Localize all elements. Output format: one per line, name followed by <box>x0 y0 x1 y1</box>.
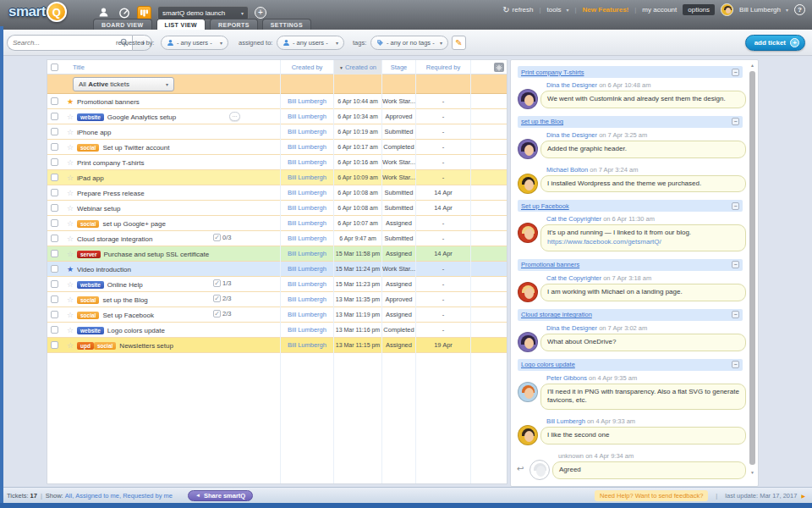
table-row[interactable]: ☆ Print company T-shirts Bill Lumbergh 6… <box>47 155 507 170</box>
ticket-title[interactable]: Webinar setup <box>77 201 211 216</box>
tab-list-view[interactable]: LIST VIEW <box>156 19 206 30</box>
star-icon[interactable]: ☆ <box>65 201 75 216</box>
ticket-creator[interactable]: Bill Lumbergh <box>281 307 333 323</box>
show-filter-all[interactable]: All, <box>65 492 74 500</box>
ticket-creator[interactable]: Bill Lumbergh <box>281 170 333 185</box>
table-row[interactable]: ☆ socialset up the Blog ✓2/3 Bill Lumber… <box>47 292 507 307</box>
row-checkbox[interactable] <box>51 128 58 135</box>
scroll-up-icon[interactable]: ▲ <box>749 63 756 68</box>
comment-ticket-link[interactable]: Print company T-shirts <box>521 69 732 76</box>
ticket-title[interactable]: websiteGoogle Analytics setup <box>77 109 211 124</box>
star-icon[interactable]: ☆ <box>65 307 75 323</box>
comment-ticket-link[interactable]: Cloud storage integration <box>521 311 732 318</box>
ticket-title[interactable]: socialset up Google+ page <box>77 216 211 231</box>
show-filter-requested-by-me[interactable]: Requested by me <box>123 492 173 500</box>
collapse-icon[interactable]: − <box>732 361 739 368</box>
row-checkbox[interactable] <box>51 189 58 196</box>
ticket-title[interactable]: iPhone app <box>77 124 211 140</box>
table-row[interactable]: ★ Promotional banners Bill Lumbergh 6 Ap… <box>47 94 507 109</box>
ticket-creator[interactable]: Bill Lumbergh <box>281 201 333 216</box>
row-checkbox[interactable] <box>51 174 58 181</box>
ticket-title[interactable]: iPad app <box>77 170 211 185</box>
comment-ticket-link[interactable]: set up the Blog <box>521 118 732 125</box>
ticket-creator[interactable]: Bill Lumbergh <box>281 277 333 292</box>
ticket-creator[interactable]: Bill Lumbergh <box>281 216 333 231</box>
table-row[interactable]: ☆ socialSet up Twitter account Bill Lumb… <box>47 140 507 155</box>
collapse-icon[interactable]: − <box>732 69 739 76</box>
ticket-creator[interactable]: Bill Lumbergh <box>281 246 333 262</box>
table-row[interactable]: ☆ serverPurchase and setup SSL certifica… <box>47 246 507 262</box>
tools-menu[interactable]: tools ▾ <box>547 6 569 14</box>
star-icon[interactable]: ★ <box>65 94 75 109</box>
star-icon[interactable]: ☆ <box>65 124 75 140</box>
comments-scrollbar[interactable]: ▲ ▼ <box>749 63 756 483</box>
ticket-creator[interactable]: Bill Lumbergh <box>281 155 333 170</box>
star-icon[interactable]: ☆ <box>65 185 75 201</box>
row-checkbox[interactable] <box>51 341 58 349</box>
select-all-checkbox[interactable] <box>51 64 58 71</box>
row-checkbox[interactable] <box>51 143 58 151</box>
last-update-text[interactable]: last update: Mar 17, 2017 <box>725 492 797 500</box>
star-icon[interactable]: ☆ <box>65 292 75 307</box>
ticket-title[interactable]: websiteLogo colors update <box>77 323 211 338</box>
comment-link[interactable]: https://www.facebook.com/getsmartQ/ <box>547 238 661 246</box>
row-checkbox[interactable] <box>51 158 58 166</box>
table-settings-button[interactable] <box>494 63 504 72</box>
column-header-title[interactable]: Title <box>73 60 85 75</box>
scroll-down-icon[interactable]: ▼ <box>749 470 756 475</box>
comment-author[interactable]: Dina the Designer <box>546 81 597 89</box>
tab-board-view[interactable]: BOARD VIEW <box>93 19 152 30</box>
row-checkbox[interactable] <box>51 219 58 227</box>
comment-author[interactable]: Cat the Copyrighter <box>546 215 601 223</box>
table-row[interactable]: ☆ iPhone app Bill Lumbergh 6 Apr 10:19 a… <box>47 124 507 140</box>
table-row[interactable]: ☆ Webinar setup Bill Lumbergh 6 Apr 10:0… <box>47 201 507 216</box>
row-checkbox[interactable] <box>51 265 58 273</box>
ticket-title[interactable]: updsocialNewsletters setup <box>77 338 211 353</box>
ticket-creator[interactable]: Bill Lumbergh <box>281 94 333 109</box>
star-icon[interactable]: ☆ <box>65 140 75 155</box>
table-row[interactable]: ☆ websiteOnline Help ✓1/3 Bill Lumbergh … <box>47 277 507 292</box>
table-row[interactable]: ☆ socialSet up Facebook ✓2/3 Bill Lumber… <box>47 307 507 323</box>
comment-author[interactable]: Dina the Designer <box>546 131 597 139</box>
ticket-title[interactable]: Print company T-shirts <box>77 155 211 170</box>
row-checkbox[interactable] <box>51 235 58 242</box>
star-icon[interactable]: ★ <box>65 262 75 277</box>
ticket-title[interactable]: Promotional banners <box>77 94 211 109</box>
refresh-button[interactable]: ↻ refresh <box>502 5 533 14</box>
add-ticket-button[interactable]: add ticket + <box>745 35 805 51</box>
column-header-created-on[interactable]: ▼Created on <box>334 60 381 75</box>
comment-ticket-link[interactable]: Logo colors update <box>521 361 732 368</box>
star-icon[interactable]: ☆ <box>65 155 75 170</box>
star-icon[interactable]: ☆ <box>65 338 75 353</box>
tab-reports[interactable]: REPORTS <box>210 19 258 30</box>
ticket-title[interactable]: websiteOnline Help <box>77 277 211 292</box>
assigned-to-dropdown[interactable]: - any users - ▾ <box>277 36 344 50</box>
table-row[interactable]: ★ Video introduction Bill Lumbergh 15 Ma… <box>47 262 507 277</box>
ticket-creator[interactable]: Bill Lumbergh <box>281 292 333 307</box>
star-icon[interactable]: ☆ <box>65 231 75 246</box>
comment-author[interactable]: unknown <box>558 452 584 460</box>
ticket-creator[interactable]: Bill Lumbergh <box>281 323 333 338</box>
star-icon[interactable]: ☆ <box>65 109 75 124</box>
row-checkbox[interactable] <box>51 250 58 257</box>
collapse-icon[interactable]: − <box>732 261 739 268</box>
star-icon[interactable]: ☆ <box>65 246 75 262</box>
ticket-title[interactable]: Cloud storage integration <box>77 231 211 246</box>
scrollbar-thumb[interactable] <box>749 71 755 465</box>
row-actions-button[interactable]: ... <box>229 112 240 121</box>
column-header-required-by[interactable]: Required by <box>416 60 470 75</box>
new-features-link[interactable]: New Features! <box>583 6 629 14</box>
comment-author[interactable]: Peter Gibbons <box>546 374 587 382</box>
ticket-creator[interactable]: Bill Lumbergh <box>281 262 333 277</box>
ticket-title[interactable]: socialSet up Facebook <box>77 307 211 323</box>
ticket-title[interactable]: serverPurchase and setup SSL certificate <box>77 246 211 262</box>
ticket-creator[interactable]: Bill Lumbergh <box>281 124 333 140</box>
ticket-creator[interactable]: Bill Lumbergh <box>281 109 333 124</box>
collapse-icon[interactable]: − <box>732 118 739 125</box>
row-checkbox[interactable] <box>51 97 58 105</box>
ticket-creator[interactable]: Bill Lumbergh <box>281 140 333 155</box>
ticket-title[interactable]: socialSet up Twitter account <box>77 140 211 155</box>
requested-by-dropdown[interactable]: - any users - ▾ <box>161 36 228 50</box>
ticket-title[interactable]: Prepare Press release <box>77 185 211 201</box>
row-checkbox[interactable] <box>51 280 58 288</box>
